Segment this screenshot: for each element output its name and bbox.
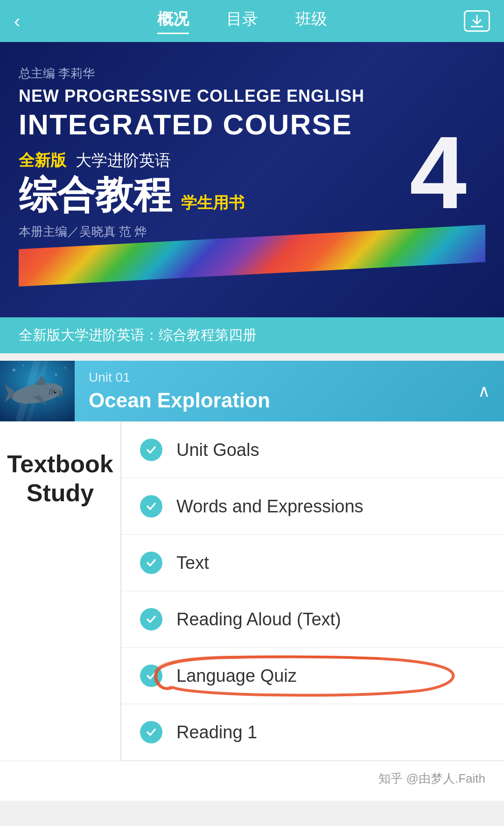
- check-icon-unit-goals: [140, 439, 162, 461]
- menu-item-text-text: Text: [176, 553, 209, 573]
- title-en-small: NEW PROGRESSIVE COLLEGE ENGLISH: [19, 86, 485, 106]
- download-icon: [469, 14, 484, 28]
- check-icon-text: [140, 552, 162, 574]
- svg-point-3: [13, 369, 15, 371]
- menu-item-text[interactable]: Text: [121, 535, 504, 591]
- svg-point-5: [55, 374, 57, 376]
- tab-toc[interactable]: 目录: [226, 8, 258, 34]
- content-section: TextbookStudy Unit Goals Words and Expre…: [0, 421, 504, 761]
- unit-number: Unit 01: [89, 370, 464, 385]
- menu-item-text-words-expressions: Words and Expressions: [176, 497, 364, 517]
- svg-point-6: [64, 367, 66, 369]
- unit-header: Unit 01 Ocean Exploration ∧: [0, 361, 504, 421]
- watermark: 知乎 @由梦人.Faith: [0, 761, 504, 801]
- new-version-label: 全新版: [19, 150, 66, 171]
- unit-info: Unit 01 Ocean Exploration: [75, 361, 478, 421]
- editor-line: 总主编 李莉华: [19, 65, 485, 82]
- student-label: 学生用书: [181, 192, 245, 214]
- menu-item-language-quiz[interactable]: Language Quiz: [121, 648, 504, 704]
- check-icon-reading-1: [140, 721, 162, 743]
- svg-point-10: [54, 391, 56, 393]
- unit-image: [0, 361, 75, 421]
- download-button[interactable]: [464, 10, 490, 32]
- menu-item-text-language-quiz: Language Quiz: [176, 666, 297, 686]
- menu-item-unit-goals[interactable]: Unit Goals: [121, 421, 504, 478]
- study-items-list: Unit Goals Words and Expressions Text: [121, 421, 504, 761]
- menu-item-words-expressions[interactable]: Words and Expressions: [121, 478, 504, 535]
- textbook-study-label: TextbookStudy: [0, 421, 121, 761]
- unit-chevron-button[interactable]: ∧: [478, 381, 504, 401]
- menu-item-text-reading-aloud: Reading Aloud (Text): [176, 609, 341, 630]
- top-navigation: ‹ 概况 目录 班级: [0, 0, 504, 42]
- main-title-cn: 综合教程: [19, 176, 172, 214]
- volume-number: 4: [410, 121, 467, 224]
- back-button[interactable]: ‹: [14, 11, 20, 32]
- subtitle-cn: 大学进阶英语: [76, 150, 171, 171]
- textbook-study-text: TextbookStudy: [7, 449, 113, 508]
- ocean-image: [0, 361, 75, 421]
- tab-class[interactable]: 班级: [295, 8, 327, 34]
- book-subtitle-bar: 全新版大学进阶英语：综合教程第四册: [0, 317, 504, 353]
- tab-overview[interactable]: 概况: [157, 8, 189, 34]
- book-cover: 总主编 李莉华 NEW PROGRESSIVE COLLEGE ENGLISH …: [0, 42, 504, 317]
- svg-point-11: [55, 391, 56, 392]
- menu-item-text-unit-goals: Unit Goals: [176, 440, 259, 460]
- menu-item-reading-1[interactable]: Reading 1: [121, 704, 504, 761]
- check-icon-words-expressions: [140, 495, 162, 518]
- unit-name: Ocean Exploration: [89, 389, 464, 412]
- check-icon-language-quiz: [140, 665, 162, 687]
- svg-point-4: [22, 364, 24, 366]
- nav-tabs: 概况 目录 班级: [157, 8, 327, 34]
- menu-item-text-reading-1: Reading 1: [176, 722, 257, 742]
- menu-item-reading-aloud[interactable]: Reading Aloud (Text): [121, 591, 504, 648]
- check-icon-reading-aloud: [140, 608, 162, 630]
